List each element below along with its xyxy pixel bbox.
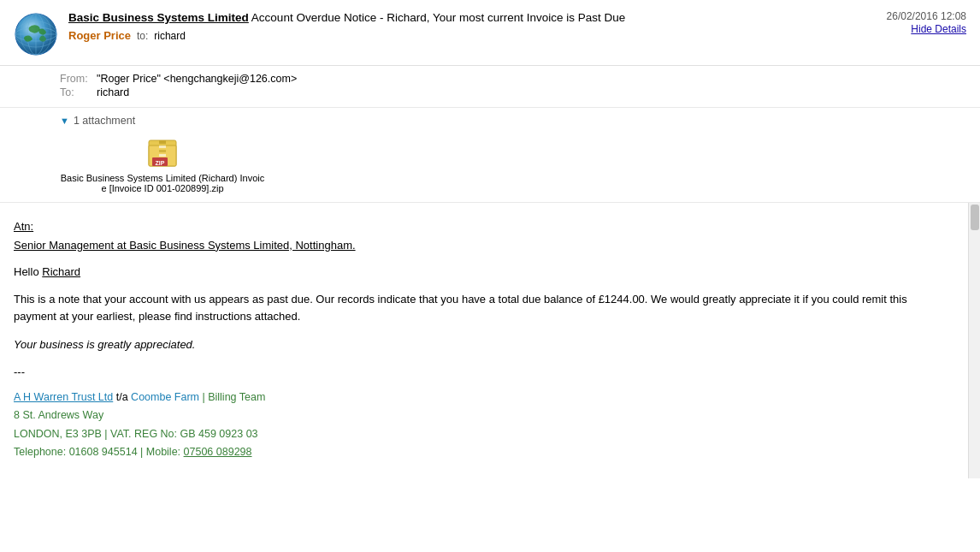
attachment-section: ▼ 1 attachment ZIP <box>0 108 980 203</box>
svg-rect-10 <box>159 145 166 148</box>
sig-farm: Coombe Farm <box>131 391 199 403</box>
sender-name: Roger Price <box>68 29 131 42</box>
atn-line: Atn: <box>14 218 929 235</box>
hello-name: Richard <box>42 265 80 278</box>
email-header-right: 26/02/2016 12:08 Hide Details <box>838 10 966 35</box>
from-label: From: <box>60 73 90 85</box>
email-date: 26/02/2016 12:08 <box>838 10 966 22</box>
sig-company: A H Warren Trust Ltd <box>14 391 113 403</box>
separator: --- <box>14 364 929 381</box>
sig-billing: | Billing Team <box>202 391 265 403</box>
email-header: Basic Business Systems Limited Account O… <box>0 0 980 66</box>
svg-rect-12 <box>159 154 166 157</box>
attachment-item[interactable]: ZIP Basic Business Systems Limited (Rich… <box>60 134 265 193</box>
to-full-value: richard <box>97 86 129 98</box>
sig-ta: t/a <box>116 391 131 403</box>
sig-line1: A H Warren Trust Ltd t/a Coombe Farm | B… <box>14 389 929 407</box>
email-body: Atn: Senior Management at Basic Business… <box>0 203 980 478</box>
to-full-label: To: <box>60 86 90 98</box>
scrollbar-thumb <box>971 205 979 230</box>
hide-details-link[interactable]: Hide Details <box>911 23 966 35</box>
email-subject: Basic Business Systems Limited Account O… <box>68 10 828 27</box>
attachment-arrow-icon: ▼ <box>60 116 69 126</box>
sig-address1: 8 St. Andrews Way <box>14 407 929 424</box>
senior-mgmt-line: Senior Management at Basic Business Syst… <box>14 237 929 254</box>
globe-icon <box>14 12 58 56</box>
attachment-toggle[interactable]: ▼ 1 attachment <box>60 115 966 127</box>
hello-line: Hello Richard <box>14 264 929 281</box>
sig-address2: LONDON, E3 3PB | VAT. REG No: GB 459 092… <box>14 425 929 443</box>
signature-block: A H Warren Trust Ltd t/a Coombe Farm | B… <box>14 389 929 461</box>
attachment-count: 1 attachment <box>74 115 135 127</box>
svg-text:ZIP: ZIP <box>156 160 165 166</box>
from-value: "Roger Price" <hengchangkeji@126.com> <box>97 73 297 85</box>
sig-phone-line: Telephone: 01608 945514 | Mobile: 07506 … <box>14 443 929 461</box>
subject-rest: Account Overdue Notice - Richard, Your m… <box>251 11 625 24</box>
company-name: Basic Business Systems Limited <box>68 11 249 24</box>
zip-file-icon: ZIP <box>147 134 178 169</box>
italic-line: Your business is greatly appreciated. <box>14 336 929 353</box>
email-container: Basic Business Systems Limited Account O… <box>0 0 980 552</box>
sig-phone-text: Telephone: 01608 945514 | Mobile: <box>14 446 180 458</box>
attachment-filename: Basic Business Systems Limited (Richard)… <box>60 173 265 193</box>
scrollbar[interactable] <box>968 203 980 478</box>
from-row: From: "Roger Price" <hengchangkeji@126.c… <box>60 73 966 85</box>
to-recipient: richard <box>154 30 186 42</box>
email-header-middle: Basic Business Systems Limited Account O… <box>68 10 828 42</box>
svg-rect-11 <box>159 150 166 152</box>
to-row: To: richard <box>60 86 966 98</box>
to-label: to: <box>134 30 151 42</box>
body-paragraph: This is a note that your account with us… <box>14 291 929 327</box>
sender-line: Roger Price to: richard <box>68 29 828 42</box>
sig-mobile-link[interactable]: 07506 089298 <box>184 446 252 458</box>
email-details: From: "Roger Price" <hengchangkeji@126.c… <box>0 66 980 108</box>
svg-rect-9 <box>159 140 166 144</box>
